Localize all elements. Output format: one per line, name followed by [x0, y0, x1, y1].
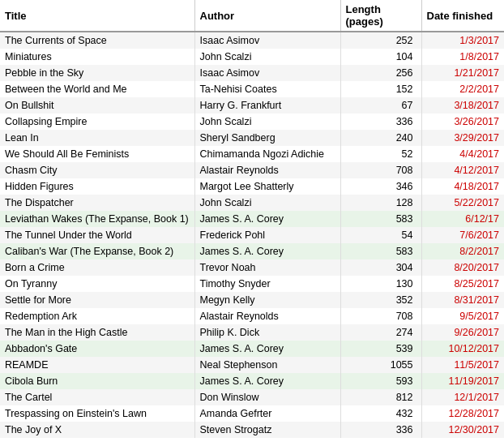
- cell-title: Settle for More: [0, 292, 194, 308]
- cell-title: On Tyranny: [0, 276, 194, 292]
- table-row: Chasm CityAlastair Reynolds7084/12/2017: [0, 162, 504, 178]
- cell-author: Neal Stephenson: [194, 357, 340, 373]
- table-row: MiniaturesJohn Scalzi1041/8/2017: [0, 49, 504, 65]
- table-row: The CartelDon Winslow81212/1/2017: [0, 389, 504, 405]
- cell-length: 240: [340, 130, 421, 146]
- cell-title: Cibola Burn: [0, 373, 194, 389]
- table-row: Born a CrimeTrevor Noah3048/20/2017: [0, 259, 504, 276]
- cell-length: 256: [340, 65, 421, 81]
- cell-author: James S. A. Corey: [194, 243, 340, 259]
- cell-title: Chasm City: [0, 162, 194, 178]
- cell-author: John Scalzi: [194, 114, 340, 130]
- cell-author: Alastair Reynolds: [194, 162, 340, 178]
- cell-length: 583: [340, 243, 421, 259]
- cell-title: REAMDE: [0, 357, 194, 373]
- cell-author: Amanda Gefrter: [194, 405, 340, 422]
- table-row: Collapsing EmpireJohn Scalzi3363/26/2017: [0, 114, 504, 130]
- cell-date: 11/19/2017: [421, 373, 504, 389]
- table-row: Between the World and MeTa-Nehisi Coates…: [0, 81, 504, 97]
- cell-author: Timothy Snyder: [194, 276, 340, 292]
- cell-date: 2/2/2017: [421, 81, 504, 97]
- cell-date: 5/22/2017: [421, 195, 504, 211]
- column-header-date: Date finished: [421, 0, 504, 32]
- cell-date: 10/12/2017: [421, 341, 504, 357]
- table-row: The Joy of XSteven Strogatz33612/30/2017: [0, 422, 504, 438]
- cell-title: Trespassing on Einstein's Lawn: [0, 405, 194, 422]
- cell-length: 352: [340, 292, 421, 308]
- cell-title: Born a Crime: [0, 259, 194, 276]
- table-row: The Tunnel Under the WorldFrederick Pohl…: [0, 227, 504, 243]
- cell-length: 52: [340, 146, 421, 162]
- cell-title: The Currents of Space: [0, 32, 194, 49]
- cell-length: 336: [340, 422, 421, 438]
- cell-title: The Tunnel Under the World: [0, 227, 194, 243]
- cell-title: Miniatures: [0, 49, 194, 65]
- cell-date: 1/21/2017: [421, 65, 504, 81]
- column-header-length: Length (pages): [340, 0, 421, 32]
- cell-length: 432: [340, 405, 421, 422]
- cell-date: 12/28/2017: [421, 405, 504, 422]
- cell-title: Between the World and Me: [0, 81, 194, 97]
- cell-author: Megyn Kelly: [194, 292, 340, 308]
- table-row: Lean InSheryl Sandberg2403/29/2017: [0, 130, 504, 146]
- table-row: We Should All Be FeministsChimamanda Ngo…: [0, 146, 504, 162]
- cell-title: The Cartel: [0, 389, 194, 405]
- cell-author: Chimamanda Ngozi Adichie: [194, 146, 340, 162]
- cell-length: 583: [340, 211, 421, 227]
- table-row: Caliban's War (The Expanse, Book 2)James…: [0, 243, 504, 259]
- cell-date: 1/8/2017: [421, 49, 504, 65]
- cell-date: 8/31/2017: [421, 292, 504, 308]
- table-row: The Man in the High CastlePhilip K. Dick…: [0, 324, 504, 341]
- column-header-title: Title: [0, 0, 194, 32]
- table-row: Abbadon's GateJames S. A. Corey53910/12/…: [0, 341, 504, 357]
- table-row: Trespassing on Einstein's LawnAmanda Gef…: [0, 405, 504, 422]
- cell-author: James S. A. Corey: [194, 341, 340, 357]
- cell-length: 274: [340, 324, 421, 341]
- cell-length: 128: [340, 195, 421, 211]
- cell-author: Isaac Asimov: [194, 65, 340, 81]
- cell-title: On Bullshit: [0, 97, 194, 114]
- table-row: Pebble in the SkyIsaac Asimov2561/21/201…: [0, 65, 504, 81]
- cell-author: John Scalzi: [194, 195, 340, 211]
- cell-length: 336: [340, 114, 421, 130]
- cell-author: Frederick Pohl: [194, 227, 340, 243]
- cell-date: 4/4/2017: [421, 146, 504, 162]
- cell-length: 708: [340, 162, 421, 178]
- cell-date: 9/5/2017: [421, 308, 504, 324]
- table-row: On BullshitHarry G. Frankfurt673/18/2017: [0, 97, 504, 114]
- cell-date: 8/25/2017: [421, 276, 504, 292]
- table-row: The Currents of SpaceIsaac Asimov2521/3/…: [0, 32, 504, 49]
- books-table: Title Author Length (pages) Date finishe…: [0, 0, 504, 438]
- cell-date: 3/26/2017: [421, 114, 504, 130]
- cell-date: 7/6/2017: [421, 227, 504, 243]
- cell-author: Alastair Reynolds: [194, 308, 340, 324]
- cell-date: 9/26/2017: [421, 324, 504, 341]
- table-row: The DispatcherJohn Scalzi1285/22/2017: [0, 195, 504, 211]
- cell-author: Trevor Noah: [194, 259, 340, 276]
- cell-date: 4/18/2017: [421, 178, 504, 195]
- cell-author: John Scalzi: [194, 49, 340, 65]
- cell-title: Leviathan Wakes (The Expanse, Book 1): [0, 211, 194, 227]
- cell-author: Margot Lee Shatterly: [194, 178, 340, 195]
- table-row: Cibola BurnJames S. A. Corey59311/19/201…: [0, 373, 504, 389]
- cell-length: 54: [340, 227, 421, 243]
- table-header-row: Title Author Length (pages) Date finishe…: [0, 0, 504, 32]
- cell-date: 8/20/2017: [421, 259, 504, 276]
- cell-title: Pebble in the Sky: [0, 65, 194, 81]
- cell-date: 8/2/2017: [421, 243, 504, 259]
- table-row: Hidden FiguresMargot Lee Shatterly3464/1…: [0, 178, 504, 195]
- cell-date: 3/18/2017: [421, 97, 504, 114]
- cell-author: Ta-Nehisi Coates: [194, 81, 340, 97]
- cell-length: 539: [340, 341, 421, 357]
- cell-length: 252: [340, 32, 421, 49]
- cell-length: 304: [340, 259, 421, 276]
- cell-title: Redemption Ark: [0, 308, 194, 324]
- table-row: REAMDENeal Stephenson105511/5/2017: [0, 357, 504, 373]
- cell-author: Harry G. Frankfurt: [194, 97, 340, 114]
- cell-title: Caliban's War (The Expanse, Book 2): [0, 243, 194, 259]
- cell-date: 1/3/2017: [421, 32, 504, 49]
- cell-length: 346: [340, 178, 421, 195]
- cell-title: Lean In: [0, 130, 194, 146]
- cell-author: Philip K. Dick: [194, 324, 340, 341]
- cell-date: 12/1/2017: [421, 389, 504, 405]
